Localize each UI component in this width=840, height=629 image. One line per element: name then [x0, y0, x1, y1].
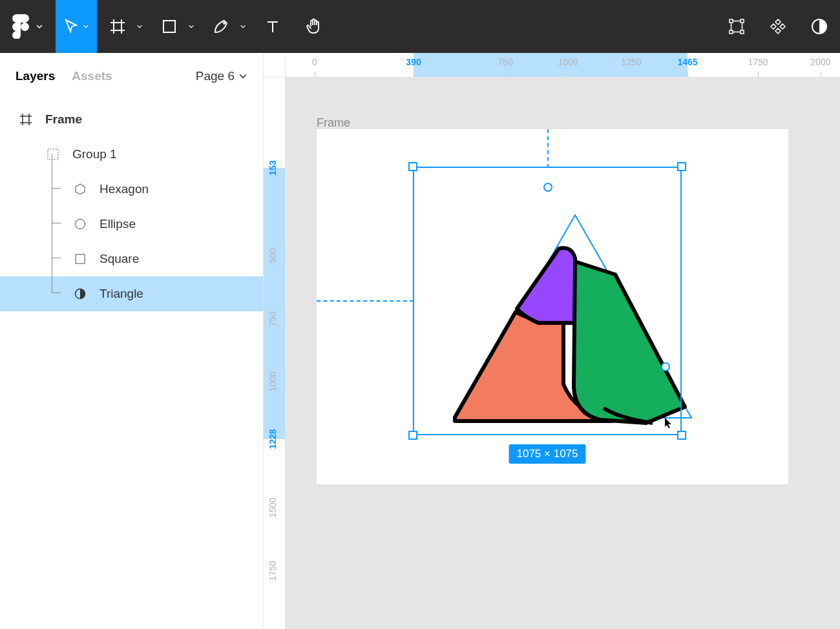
- figma-menu-button[interactable]: [0, 0, 56, 53]
- mask-icon: [811, 18, 828, 35]
- edit-object-button[interactable]: [716, 0, 757, 53]
- ruler-h-selection: [414, 53, 688, 77]
- tab-assets[interactable]: Assets: [72, 69, 112, 83]
- ruler-v-tick: 1750: [268, 561, 278, 581]
- hand-icon: [305, 17, 323, 36]
- shape-tool-button[interactable]: [149, 0, 190, 53]
- ruler-h-tick: 0: [312, 57, 317, 67]
- ruler-v-tick: 153: [268, 160, 278, 175]
- page-selector-label: Page 6: [196, 69, 235, 83]
- layer-label: Triangle: [100, 287, 143, 301]
- ruler-v-tick: 1500: [268, 497, 278, 517]
- layer-triangle[interactable]: Triangle: [0, 276, 263, 311]
- layer-frame[interactable]: Frame: [0, 102, 263, 137]
- layer-label: Frame: [45, 112, 82, 127]
- layer-hexagon[interactable]: Hexagon: [0, 172, 263, 207]
- selection-handle-ne[interactable]: [677, 162, 686, 171]
- mask-icon: [74, 288, 86, 300]
- guide-vertical: [547, 129, 549, 168]
- shape-green: [574, 262, 685, 423]
- ruler-h-tick: 1250: [621, 57, 641, 67]
- frame-tool-button[interactable]: [97, 0, 138, 53]
- page-selector[interactable]: Page 6: [196, 69, 247, 83]
- hand-tool-button[interactable]: [293, 0, 335, 53]
- ruler-v-tick: 500: [268, 248, 278, 263]
- svg-point-2: [223, 22, 226, 25]
- ellipse-icon: [74, 218, 86, 230]
- figma-logo-icon: [12, 14, 29, 39]
- selection-handle-sw[interactable]: [408, 431, 417, 440]
- layer-label: Square: [100, 252, 139, 266]
- svg-point-0: [21, 23, 29, 31]
- frame-icon: [19, 113, 32, 126]
- ruler-horizontal[interactable]: 039075010001250146517502000: [286, 53, 840, 77]
- move-tool-button[interactable]: [56, 0, 97, 53]
- layer-label: Hexagon: [100, 182, 149, 196]
- square-icon: [162, 19, 177, 34]
- chevron-down-icon: [83, 23, 89, 30]
- ruler-h-tick: 750: [498, 57, 512, 67]
- canvas[interactable]: Frame: [286, 77, 840, 629]
- cursor-icon: [63, 19, 79, 34]
- svg-rect-1: [163, 21, 175, 32]
- guide-horizontal: [317, 300, 414, 302]
- ruler-v-selection: [264, 168, 285, 439]
- svg-rect-10: [76, 254, 85, 263]
- layer-label: Group 1: [72, 147, 117, 161]
- chevron-down-icon: [36, 23, 43, 30]
- ruler-v-tick: 750: [268, 311, 278, 326]
- edit-object-icon: [728, 18, 745, 35]
- layer-ellipse[interactable]: Ellipse: [0, 207, 263, 242]
- component-button[interactable]: [757, 0, 799, 53]
- svg-rect-6: [740, 30, 744, 34]
- cursor-pointer: [664, 417, 673, 429]
- svg-point-9: [76, 220, 85, 229]
- ruler-h-tick: 1465: [677, 57, 697, 67]
- ruler-h-tick: 1750: [748, 57, 768, 67]
- ruler-corner: [264, 53, 286, 77]
- ruler-v-tick: 1000: [268, 371, 278, 391]
- hexagon-icon: [74, 183, 86, 195]
- layers-panel: Layers Assets Page 6 Frame Group 1 Hexag…: [0, 53, 264, 629]
- main: Layers Assets Page 6 Frame Group 1 Hexag…: [0, 53, 840, 629]
- rotation-handle-right[interactable]: [661, 362, 670, 371]
- pen-icon: [213, 18, 229, 35]
- chevron-down-icon: [238, 72, 247, 81]
- layer-group[interactable]: Group 1: [0, 137, 263, 172]
- text-tool-button[interactable]: [252, 0, 293, 53]
- rotation-handle-top[interactable]: [543, 183, 552, 192]
- ruler-h-tick: 390: [406, 57, 421, 67]
- canvas-shapes: [317, 129, 788, 491]
- frame-label[interactable]: Frame: [317, 116, 350, 130]
- dimensions-badge: 1075 × 1075: [509, 444, 585, 464]
- layer-square[interactable]: Square: [0, 242, 263, 276]
- component-icon: [770, 18, 786, 35]
- ruler-h-tick: 2000: [810, 57, 830, 67]
- panel-tabs: Layers Assets Page 6: [0, 53, 263, 99]
- square-icon: [74, 253, 86, 265]
- layer-list: Frame Group 1 Hexagon Ellipse Square: [0, 99, 263, 311]
- toolbar: [0, 0, 840, 53]
- canvas-area: 039075010001250146517502000 153500750100…: [264, 53, 840, 629]
- ruler-h-tick: 1000: [558, 57, 578, 67]
- ruler-vertical[interactable]: 1535007501000122815001750: [264, 77, 286, 629]
- selection-handle-nw[interactable]: [408, 162, 417, 171]
- svg-rect-3: [730, 19, 733, 23]
- mask-button[interactable]: [799, 0, 840, 53]
- text-icon: [265, 19, 280, 34]
- selection-handle-se[interactable]: [677, 431, 686, 440]
- pen-tool-button[interactable]: [200, 0, 242, 53]
- frame-icon: [109, 18, 126, 35]
- svg-rect-4: [740, 19, 744, 23]
- tab-layers[interactable]: Layers: [16, 69, 55, 83]
- layer-label: Ellipse: [100, 217, 136, 231]
- shape-purple: [517, 248, 575, 323]
- svg-rect-5: [730, 30, 733, 34]
- ruler-v-tick: 1228: [268, 429, 278, 449]
